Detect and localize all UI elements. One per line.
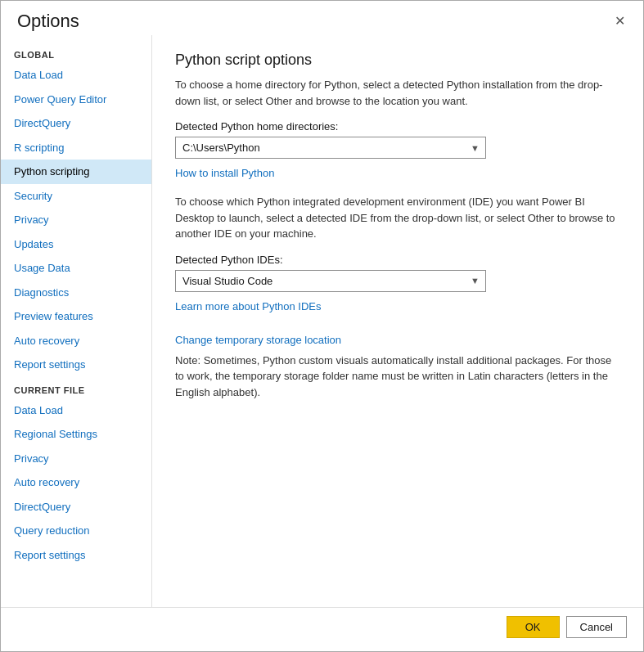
sidebar-item-usage-data[interactable]: Usage Data — [1, 256, 151, 281]
ok-button[interactable]: OK — [507, 616, 560, 638]
home-dir-description: To choose a home directory for Python, s… — [175, 77, 620, 109]
change-storage-link[interactable]: Change temporary storage location — [175, 334, 341, 346]
cancel-button[interactable]: Cancel — [566, 616, 627, 638]
global-section-label: GLOBAL — [1, 42, 151, 63]
install-python-link[interactable]: How to install Python — [175, 167, 274, 179]
storage-note: Note: Sometimes, Python custom visuals a… — [175, 353, 620, 401]
content-title: Python script options — [175, 52, 620, 69]
sidebar-item-power-query-editor[interactable]: Power Query Editor — [1, 88, 151, 112]
sidebar-item-report-settings[interactable]: Report settings — [1, 353, 151, 377]
dialog-body: GLOBAL Data Load Power Query Editor Dire… — [1, 35, 643, 607]
sidebar-item-security[interactable]: Security — [1, 184, 151, 209]
sidebar-item-cf-report-settings[interactable]: Report settings — [1, 543, 151, 568]
sidebar-item-cf-privacy[interactable]: Privacy — [1, 447, 151, 471]
sidebar-item-privacy[interactable]: Privacy — [1, 208, 151, 232]
main-content: Python script options To choose a home d… — [152, 35, 643, 607]
sidebar: GLOBAL Data Load Power Query Editor Dire… — [1, 35, 152, 607]
sidebar-item-cf-query-reduction[interactable]: Query reduction — [1, 519, 151, 543]
dialog-footer: OK Cancel — [1, 607, 643, 651]
sidebar-item-python-scripting[interactable]: Python scripting — [1, 160, 151, 184]
sidebar-item-r-scripting[interactable]: R scripting — [1, 136, 151, 160]
sidebar-item-updates[interactable]: Updates — [1, 232, 151, 257]
sidebar-item-diagnostics[interactable]: Diagnostics — [1, 281, 151, 305]
ide-label: Detected Python IDEs: — [175, 254, 620, 266]
ide-dropdown-wrapper: Visual Studio Code Other ▼ — [175, 270, 486, 292]
home-dir-label: Detected Python home directories: — [175, 120, 620, 133]
sidebar-item-cf-directquery[interactable]: DirectQuery — [1, 495, 151, 519]
sidebar-item-cf-data-load[interactable]: Data Load — [1, 398, 151, 423]
dialog-title: Options — [17, 11, 79, 32]
learn-more-ide-link[interactable]: Learn more about Python IDEs — [175, 300, 322, 313]
home-dir-dropdown-wrapper: C:\Users\Python Other ▼ — [175, 137, 486, 159]
sidebar-item-cf-auto-recovery[interactable]: Auto recovery — [1, 470, 151, 495]
sidebar-item-cf-regional-settings[interactable]: Regional Settings — [1, 422, 151, 447]
ide-dropdown[interactable]: Visual Studio Code Other — [175, 270, 486, 292]
sidebar-item-data-load[interactable]: Data Load — [1, 63, 151, 88]
options-dialog: Options ✕ GLOBAL Data Load Power Query E… — [0, 0, 644, 652]
ide-description: To choose which Python integrated develo… — [175, 194, 620, 242]
titlebar: Options ✕ — [1, 1, 643, 35]
sidebar-item-auto-recovery[interactable]: Auto recovery — [1, 329, 151, 353]
current-file-section-label: CURRENT FILE — [1, 377, 151, 398]
close-button[interactable]: ✕ — [610, 13, 630, 29]
home-dir-dropdown[interactable]: C:\Users\Python Other — [175, 137, 486, 159]
sidebar-item-directquery[interactable]: DirectQuery — [1, 111, 151, 136]
sidebar-item-preview-features[interactable]: Preview features — [1, 304, 151, 329]
